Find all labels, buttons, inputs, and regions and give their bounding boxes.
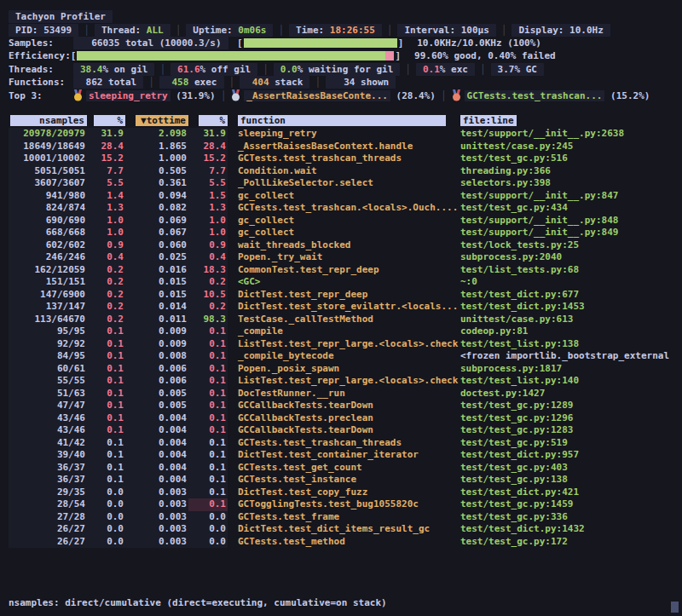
samples-label: Samples: xyxy=(9,37,73,49)
table-row[interactable]: 3607/3607 5.5 0.361 5.5 _PollLikeSelecto… xyxy=(9,177,682,190)
table-row[interactable]: 10001/10002 15.2 1.000 15.2 GCTests.test… xyxy=(9,153,682,165)
cell-file-line: test/support/__init__.py:847 xyxy=(460,190,682,203)
silver-medal-icon xyxy=(231,89,240,101)
column-header-tottime-sorted[interactable]: ▼tottime xyxy=(125,115,188,126)
table-row[interactable]: 60/61 0.1 0.006 0.1 Popen._posix_spawn s… xyxy=(9,363,682,376)
cell-percent-cumulative: 1.0 xyxy=(188,215,228,227)
cell-function: ListTest.test_repr_large.<locals>.check xyxy=(228,375,460,388)
table-row[interactable]: 95/95 0.1 0.009 0.1 _compile codeop.py:8… xyxy=(9,325,682,338)
table-row[interactable]: 43/46 0.1 0.004 0.1 GCCallbackTests.prec… xyxy=(9,412,682,425)
table-row[interactable]: 941/980 1.4 0.094 1.5 gc_collect test/su… xyxy=(9,190,682,203)
cell-percent-direct: 0.2 xyxy=(87,289,125,302)
cell-file-line: test/test_list.py:140 xyxy=(460,375,682,388)
cell-file-line: test/support/__init__.py:848 xyxy=(460,215,682,227)
cell-nsamples: 27/28 xyxy=(9,511,87,524)
separator: │ xyxy=(263,64,269,75)
cell-tottime: 1.000 xyxy=(125,153,188,165)
cell-percent-cumulative: 0.1 xyxy=(188,449,228,462)
separator: │ xyxy=(229,77,235,88)
cell-nsamples: 690/690 xyxy=(9,215,87,227)
table-row[interactable]: 668/668 1.0 0.067 1.0 gc_collect test/su… xyxy=(9,227,682,239)
table-row[interactable]: 55/55 0.1 0.006 0.1 ListTest.test_repr_l… xyxy=(9,375,682,388)
cell-percent-cumulative: 1.5 xyxy=(188,190,228,203)
cell-percent-cumulative: 98.3 xyxy=(188,314,228,326)
table-row[interactable]: 41/42 0.1 0.004 0.1 GCTests.test_trashca… xyxy=(9,437,682,450)
cell-percent-cumulative: 1.3 xyxy=(188,202,228,215)
threads-off-gil: 61.6% off gil xyxy=(170,63,257,76)
table-row[interactable]: 137/147 0.2 0.014 0.2 DictTest.test_stor… xyxy=(9,301,682,314)
top3-item-2-name: _AssertRaisesBaseConte... xyxy=(244,90,390,101)
column-header-percent-direct[interactable]: % xyxy=(87,115,125,126)
table-row[interactable]: 43/46 0.1 0.004 0.1 GCCallbackTests.tear… xyxy=(9,424,682,437)
cell-file-line: test/test_gc.py:336 xyxy=(460,511,682,524)
cell-function: DictTest.test_dict_items_result_gc xyxy=(228,523,460,536)
uptime-status: Uptime: 0m06s xyxy=(186,24,273,37)
table-row[interactable]: 20978/20979 31.9 2.098 31.9 sleeping_ret… xyxy=(9,128,682,141)
cell-tottime: 0.004 xyxy=(125,424,188,437)
cell-tottime: 2.098 xyxy=(125,128,188,141)
cell-percent-direct: 0.1 xyxy=(87,388,125,400)
cell-function: sleeping_retry xyxy=(228,128,460,141)
cell-percent-cumulative: 28.4 xyxy=(188,141,228,153)
table-row[interactable]: 36/37 0.1 0.004 0.1 GCTests.test_instanc… xyxy=(9,474,682,486)
table-row[interactable]: 602/602 0.9 0.060 0.9 wait_threads_block… xyxy=(9,239,682,252)
table-row[interactable]: 51/63 0.1 0.005 0.1 DocTestRunner.__run … xyxy=(9,388,682,400)
table-row[interactable]: 39/40 0.1 0.004 0.1 DictTest.test_contai… xyxy=(9,449,682,462)
cell-function: GCCallbackTests.preclean xyxy=(228,412,460,425)
table-row[interactable]: 84/95 0.1 0.008 0.1 _compile_bytecode <f… xyxy=(9,350,682,363)
table-row[interactable]: 162/12059 0.2 0.016 18.3 CommonTest.test… xyxy=(9,264,682,277)
cell-percent-direct: 0.9 xyxy=(87,239,125,252)
table-row[interactable]: 824/874 1.3 0.082 1.3 GCTests.test_trash… xyxy=(9,202,682,215)
cell-nsamples: 5051/5051 xyxy=(9,165,87,178)
table-row[interactable]: 26/27 0.0 0.003 0.0 DictTest.test_dict_i… xyxy=(9,523,682,536)
table-row[interactable]: 28/54 0.0 0.003 0.1 GCTogglingTests.test… xyxy=(9,498,682,511)
table-row[interactable]: 92/92 0.1 0.009 0.1 ListTest.test_repr_l… xyxy=(9,338,682,351)
cell-percent-direct: 15.2 xyxy=(87,153,125,165)
separator: │ xyxy=(405,64,411,75)
cell-function: GCCallbackTests.tearDown xyxy=(228,400,460,412)
table-row[interactable]: 147/6900 0.2 0.015 10.5 DictTest.test_re… xyxy=(9,289,682,302)
top3-item-2-pct: (28.4%) xyxy=(390,90,436,101)
table-row[interactable]: 47/47 0.1 0.005 0.1 GCCallbackTests.tear… xyxy=(9,400,682,412)
column-header-nsamples[interactable]: nsamples xyxy=(9,115,87,126)
cell-percent-cumulative: 0.0 xyxy=(188,511,228,524)
cell-file-line: test/test_list.py:138 xyxy=(460,338,682,351)
cell-file-line: test/list_tests.py:68 xyxy=(460,264,682,277)
cell-percent-direct: 0.2 xyxy=(87,276,125,289)
cell-nsamples: 26/27 xyxy=(9,523,87,536)
footer-help: nsamples: direct/cumulative (direct=exec… xyxy=(9,566,387,616)
cell-nsamples: 43/46 xyxy=(9,424,87,437)
table-row[interactable]: 113/64670 0.2 0.011 98.3 TestCase._callT… xyxy=(9,314,682,326)
threads-gc: 3.7% GC xyxy=(491,63,544,76)
cell-function: DocTestRunner.__run xyxy=(228,388,460,400)
top3-item-1-pct: (31.9%) xyxy=(170,90,216,101)
column-header-function[interactable]: function xyxy=(228,115,460,126)
table-row[interactable]: 26/27 0.0 0.003 0.0 GCTests.test_method … xyxy=(9,536,682,549)
table-row[interactable]: 151/151 0.2 0.015 0.2 <GC> ~:0 xyxy=(9,276,682,289)
cell-tottime: 0.004 xyxy=(125,437,188,450)
cell-nsamples: 36/37 xyxy=(9,474,87,486)
table-row[interactable]: 36/37 0.1 0.004 0.1 GCTests.test_get_cou… xyxy=(9,462,682,475)
cell-percent-direct: 0.1 xyxy=(87,449,125,462)
footer-legend: nsamples: direct/cumulative (direct=exec… xyxy=(9,596,387,611)
cell-nsamples: 147/6900 xyxy=(9,289,87,302)
cell-function: Popen._posix_spawn xyxy=(228,363,460,376)
cell-percent-cumulative: 0.1 xyxy=(188,412,228,425)
cell-file-line: test/test_gc.py:1289 xyxy=(460,400,682,412)
cell-nsamples: 28/54 xyxy=(9,498,87,511)
table-row[interactable]: 5051/5051 7.7 0.505 7.7 Condition.wait t… xyxy=(9,165,682,178)
cell-percent-direct: 0.1 xyxy=(87,474,125,486)
cell-function: TestCase._callTestMethod xyxy=(228,314,460,326)
cell-function: _compile_bytecode xyxy=(228,350,460,363)
cell-nsamples: 41/42 xyxy=(9,437,87,450)
table-row[interactable]: 246/246 0.4 0.025 0.4 Popen._try_wait su… xyxy=(9,251,682,264)
column-header-file-line[interactable]: file:line xyxy=(460,115,682,126)
table-row[interactable]: 690/690 1.0 0.069 1.0 gc_collect test/su… xyxy=(9,215,682,227)
table-row[interactable]: 29/35 0.0 0.003 0.1 DictTest.test_copy_f… xyxy=(9,486,682,499)
table-row[interactable]: 27/28 0.0 0.003 0.0 GCTests.test_frame t… xyxy=(9,511,682,524)
cell-file-line: test/test_gc.py:138 xyxy=(460,474,682,486)
column-header-percent-cumulative[interactable]: % xyxy=(188,115,228,126)
table-row[interactable]: 18649/18649 28.4 1.865 28.4 _AssertRaise… xyxy=(9,141,682,153)
cell-file-line: subprocess.py:1817 xyxy=(460,363,682,376)
cell-percent-cumulative: 0.4 xyxy=(188,251,228,264)
